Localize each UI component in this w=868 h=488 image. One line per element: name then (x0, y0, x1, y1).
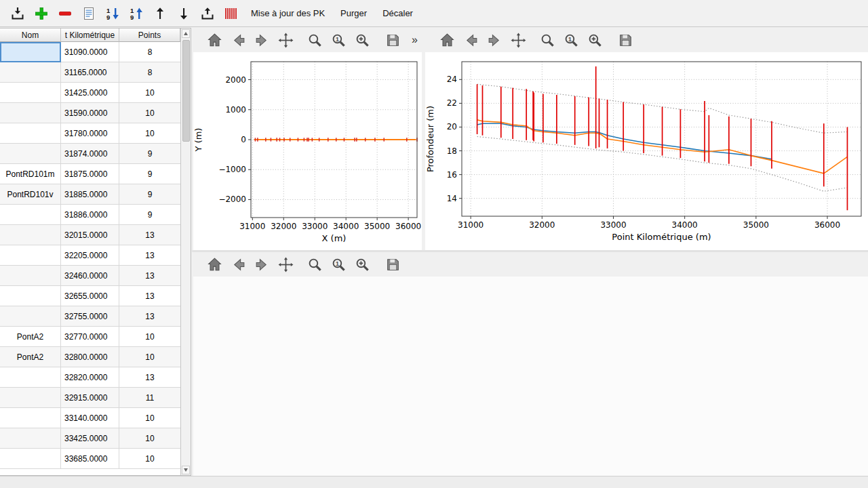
cell-pk[interactable]: 31590.0000 (61, 103, 119, 123)
zoom-one-button[interactable]: 1 (330, 256, 348, 274)
cell-nom[interactable] (0, 286, 61, 306)
empty-plot-canvas[interactable] (193, 277, 868, 476)
table-row[interactable]: 32755.000013 (0, 306, 181, 327)
scrollbar-thumb[interactable] (182, 40, 190, 142)
cell-points[interactable]: 13 (119, 225, 181, 245)
cell-nom[interactable] (0, 367, 61, 388)
purge-button[interactable]: Purger (335, 5, 372, 22)
forward-button[interactable] (253, 256, 271, 274)
scroll-up-button[interactable] (182, 29, 190, 38)
cell-pk[interactable]: 31780.0000 (61, 123, 119, 144)
table-row[interactable]: PontA232800.000010 (0, 347, 181, 367)
cell-points[interactable]: 9 (119, 184, 181, 205)
move-down-button[interactable] (174, 4, 193, 23)
cell-pk[interactable]: 32655.0000 (61, 286, 119, 306)
cell-pk[interactable]: 31886.0000 (61, 205, 119, 225)
table-row[interactable]: 33425.000010 (0, 428, 181, 449)
back-button[interactable] (462, 31, 480, 49)
cell-points[interactable]: 10 (119, 449, 181, 469)
cell-points[interactable]: 8 (119, 62, 181, 83)
cell-nom[interactable] (0, 103, 61, 123)
cell-nom[interactable] (0, 83, 61, 103)
table-row[interactable]: PontRD101m31875.00009 (0, 164, 181, 184)
forward-button[interactable] (253, 31, 271, 49)
cell-pk[interactable]: 31090.0000 (61, 42, 119, 62)
table-scrollbar[interactable] (180, 28, 191, 475)
cell-nom[interactable]: PontRD101m (0, 164, 61, 184)
cell-points[interactable]: 8 (119, 42, 181, 62)
update-pk-button[interactable]: Mise à jour des PK (245, 5, 330, 22)
zoom-plus-button[interactable] (353, 31, 372, 49)
back-button[interactable] (229, 256, 248, 274)
column-header-pk[interactable]: t Kilométrique (61, 28, 119, 42)
cell-points[interactable]: 11 (119, 388, 181, 408)
cell-nom[interactable] (0, 408, 61, 428)
cell-pk[interactable]: 32820.0000 (61, 367, 119, 388)
home-button[interactable] (205, 31, 224, 49)
cell-pk[interactable]: 32205.0000 (61, 245, 119, 266)
cell-points[interactable]: 10 (119, 83, 181, 103)
cell-points[interactable]: 10 (119, 123, 181, 144)
cell-pk[interactable]: 33140.0000 (61, 408, 119, 428)
cell-pk[interactable]: 31885.0000 (61, 184, 119, 205)
cell-pk[interactable]: 32770.0000 (61, 327, 119, 347)
table-row[interactable]: 31090.00008 (0, 42, 181, 62)
zoom-plus-button[interactable] (353, 256, 372, 274)
pan-button[interactable] (277, 31, 295, 49)
table-row[interactable]: PontRD101v31885.00009 (0, 184, 181, 205)
cell-points[interactable]: 13 (119, 286, 181, 306)
table-row[interactable]: 33685.000010 (0, 449, 181, 469)
xy-plot[interactable]: 310003200033000340003500036000−2000−1000… (193, 52, 422, 250)
column-header-points[interactable]: Points (119, 28, 180, 42)
zoom-button[interactable] (306, 31, 324, 49)
cell-points[interactable]: 9 (119, 205, 181, 225)
table-row[interactable]: 31780.000010 (0, 123, 181, 144)
table-row[interactable]: 33140.000010 (0, 408, 181, 428)
cell-nom[interactable] (0, 388, 61, 408)
sort-ascending-button[interactable]: 19 (127, 4, 146, 23)
cell-nom[interactable] (0, 306, 61, 327)
add-row-button[interactable] (32, 4, 51, 23)
import-button[interactable] (8, 4, 27, 23)
table-row[interactable]: 31165.00008 (0, 62, 181, 83)
zoom-plus-button[interactable] (586, 31, 604, 49)
export-button[interactable] (198, 4, 217, 23)
profiles-button[interactable] (222, 4, 241, 23)
cell-nom[interactable] (0, 225, 61, 245)
table-row[interactable]: 32205.000013 (0, 245, 181, 266)
cell-nom[interactable] (0, 42, 61, 62)
pan-button[interactable] (277, 256, 295, 274)
table-row[interactable]: 32460.000013 (0, 266, 181, 286)
zoom-one-button[interactable]: 1 (562, 31, 580, 49)
cell-nom[interactable] (0, 205, 61, 225)
cell-points[interactable]: 13 (119, 367, 181, 388)
table-row[interactable]: 31425.000010 (0, 83, 181, 103)
cell-nom[interactable]: PontA2 (0, 347, 61, 367)
zoom-one-button[interactable]: 1 (330, 31, 348, 49)
table-row[interactable]: 32655.000013 (0, 286, 181, 306)
cell-points[interactable]: 10 (119, 408, 181, 428)
delete-row-button[interactable] (56, 4, 75, 23)
sort-descending-button[interactable]: 19 (103, 4, 122, 23)
table-row[interactable]: 31590.000010 (0, 103, 181, 123)
cell-nom[interactable] (0, 449, 61, 469)
cell-points[interactable]: 13 (119, 306, 181, 327)
cell-points[interactable]: 10 (119, 327, 181, 347)
save-button[interactable] (384, 31, 402, 49)
cell-nom[interactable]: PontRD101v (0, 184, 61, 205)
cell-points[interactable]: 10 (119, 347, 181, 367)
save-button[interactable] (384, 256, 402, 274)
cell-pk[interactable]: 32915.0000 (61, 388, 119, 408)
cell-pk[interactable]: 32755.0000 (61, 306, 119, 327)
cell-pk[interactable]: 33685.0000 (61, 449, 119, 469)
home-button[interactable] (438, 31, 456, 49)
column-header-nom[interactable]: Nom (0, 28, 61, 42)
scroll-down-button[interactable] (182, 466, 190, 474)
table-row[interactable]: PontA232770.000010 (0, 327, 181, 347)
move-up-button[interactable] (151, 4, 170, 23)
cell-points[interactable]: 9 (119, 144, 181, 164)
forward-button[interactable] (486, 31, 504, 49)
cell-points[interactable]: 13 (119, 245, 181, 266)
table-row[interactable]: 32915.000011 (0, 388, 181, 408)
cell-pk[interactable]: 32800.0000 (61, 347, 119, 367)
